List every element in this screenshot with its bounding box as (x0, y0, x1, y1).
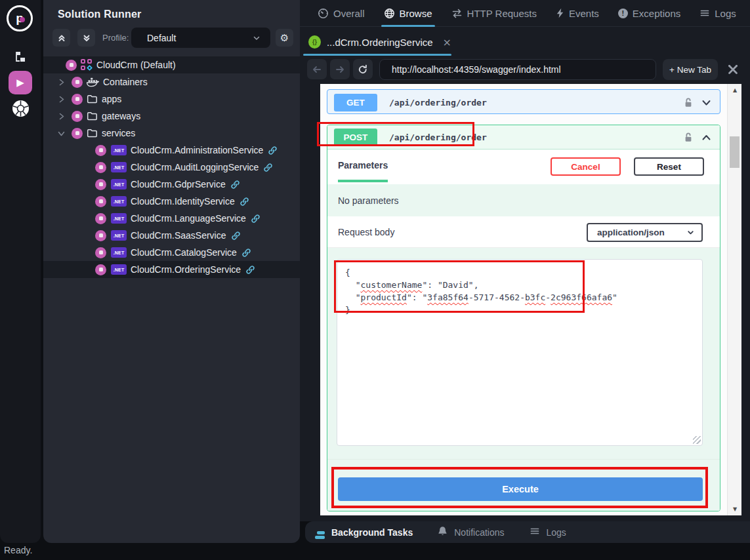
back-button[interactable] (307, 59, 327, 79)
tree-item-cloudcrm-gdprservice[interactable]: .NETCloudCrm.GdprService (43, 176, 300, 193)
url-input[interactable]: http://localhost:44359/swagger/index.htm… (379, 59, 656, 80)
tree-chevron-right-icon[interactable] (56, 112, 66, 121)
forward-button[interactable] (330, 59, 350, 79)
reset-button[interactable]: Reset (634, 157, 704, 176)
stop-icon[interactable] (72, 128, 83, 139)
webview-scrollbar[interactable]: ▲ ▼ (727, 84, 741, 515)
bottom-bar-notifications[interactable]: Notifications (438, 526, 504, 538)
tree-chevron-down-icon[interactable] (56, 129, 66, 138)
content-type-select[interactable]: application/json (587, 223, 703, 242)
scrollbar-thumb[interactable] (730, 136, 740, 168)
swagger-favicon-icon: {} (308, 35, 321, 49)
stop-icon[interactable] (95, 196, 106, 207)
settings-gear-button[interactable]: ⚙ (276, 29, 293, 47)
link-icon[interactable] (251, 214, 260, 224)
main-tab-bar: OverallBrowseHTTP RequestsEvents!Excepti… (300, 0, 750, 27)
bottom-bar-background-tasks[interactable]: Background Tasks (315, 526, 413, 539)
stop-icon[interactable] (72, 111, 83, 122)
get-method-badge: GET (334, 94, 377, 111)
chevron-down-icon (686, 228, 695, 237)
tree-item-cloudcrm-default-[interactable]: CloudCrm (Default) (43, 56, 300, 73)
stop-icon[interactable] (95, 179, 106, 190)
expand-chevron-down-icon[interactable] (701, 97, 712, 108)
browser-tab-orderingservice[interactable]: {} ...dCrm.OrderingService × (303, 30, 451, 54)
stop-icon[interactable] (95, 247, 106, 258)
unlocked-padlock-icon[interactable] (684, 132, 693, 143)
bottom-bar-label: Notifications (454, 527, 504, 538)
parameters-tab[interactable]: Parameters (338, 152, 388, 182)
dotnet-badge-icon: .NET (111, 145, 127, 155)
tab-close-icon[interactable]: × (443, 36, 451, 49)
tree-item-label: CloudCrm.IdentityService (131, 196, 235, 207)
solution-explorer-icon[interactable] (0, 50, 41, 64)
dotnet-badge-icon: .NET (111, 264, 127, 275)
stop-icon[interactable] (95, 162, 106, 173)
tree-item-cloudcrm-catalogservice[interactable]: .NETCloudCrm.CatalogService (43, 244, 300, 261)
tree-item-cloudcrm-administrationservice[interactable]: .NETCloudCrm.AdministrationService (43, 142, 300, 159)
run-play-button[interactable]: ▶ (9, 71, 32, 94)
dotnet-badge-icon: .NET (111, 230, 127, 241)
tree-item-label: gateways (102, 111, 140, 121)
dev-tools-icon[interactable] (724, 61, 741, 78)
unlocked-padlock-icon[interactable] (684, 97, 693, 108)
tree-item-cloudcrm-orderingservice[interactable]: .NETCloudCrm.OrderingService (43, 261, 300, 278)
no-parameters-text: No parameters (327, 184, 720, 216)
profile-select[interactable]: Default (131, 28, 270, 48)
reload-button[interactable] (353, 59, 373, 79)
resize-grip[interactable] (693, 436, 701, 444)
tree-item-services[interactable]: services (43, 125, 300, 142)
link-icon[interactable] (241, 248, 251, 258)
tree-item-cloudcrm-identityservice[interactable]: .NETCloudCrm.IdentityService (43, 193, 300, 210)
dotnet-badge-icon: .NET (111, 162, 127, 172)
expand-all-button[interactable] (77, 29, 95, 47)
scroll-up-arrow-icon[interactable]: ▲ (728, 87, 742, 93)
kubernetes-icon[interactable] (0, 100, 41, 117)
stop-icon[interactable] (72, 94, 83, 105)
link-icon[interactable] (230, 180, 240, 190)
cancel-button[interactable]: Cancel (551, 157, 621, 176)
tab-browse[interactable]: Browse (384, 0, 432, 27)
tab-events[interactable]: Events (556, 0, 599, 27)
tree-item-cloudcrm-auditloggingservice[interactable]: .NETCloudCrm.AuditLoggingService (43, 159, 300, 176)
collapse-chevron-up-icon[interactable] (701, 132, 712, 143)
status-text: Ready. (4, 545, 32, 555)
tree-item-gateways[interactable]: gateways (43, 108, 300, 125)
stop-icon[interactable] (95, 145, 106, 156)
stop-icon[interactable] (66, 60, 77, 71)
tab-logs[interactable]: Logs (699, 0, 736, 27)
link-icon[interactable] (231, 231, 241, 241)
annotation-box-request-body (334, 260, 585, 313)
link-icon[interactable] (245, 265, 255, 275)
bell-icon (438, 526, 448, 538)
tree-item-apps[interactable]: apps (43, 90, 300, 108)
tree-item-cloudcrm-saasservice[interactable]: .NETCloudCrm.SaasService (43, 227, 300, 244)
collapse-all-button[interactable] (52, 29, 70, 47)
link-icon[interactable] (240, 197, 249, 207)
stop-icon[interactable] (95, 213, 106, 224)
link-icon[interactable] (263, 163, 273, 172)
stop-icon[interactable] (95, 230, 106, 241)
stop-icon[interactable] (72, 77, 83, 88)
new-tab-button[interactable]: + New Tab (663, 59, 718, 80)
tab-http-requests[interactable]: HTTP Requests (451, 0, 537, 27)
tab-overall[interactable]: Overall (318, 0, 365, 27)
bottom-bar-logs[interactable]: Logs (530, 527, 566, 538)
app-window: p ▶ Solution Runner (0, 0, 750, 560)
parameters-header-row: Parameters Cancel Reset (327, 150, 720, 184)
link-icon[interactable] (268, 146, 278, 155)
swagger-get-opblock[interactable]: GET /api/ordering/order (327, 89, 720, 114)
solution-grid-icon (81, 59, 93, 71)
scroll-down-arrow-icon[interactable]: ▼ (728, 506, 742, 512)
tree-chevron-right-icon[interactable] (56, 95, 66, 104)
tree-item-containers[interactable]: Containers (43, 73, 300, 90)
tree-item-cloudcrm-languageservice[interactable]: .NETCloudCrm.LanguageService (43, 210, 300, 227)
bottom-bar-label: Logs (547, 527, 566, 538)
menu-lines-icon (530, 527, 540, 538)
stop-icon[interactable] (95, 264, 106, 275)
get-endpoint-path: /api/ordering/order (389, 98, 684, 108)
annotation-box-post-endpoint (317, 122, 474, 146)
tree-chevron-right-icon[interactable] (56, 78, 66, 87)
bottom-bar: Background TasksNotificationsLogs (305, 521, 750, 543)
tab-exceptions[interactable]: !Exceptions (618, 0, 680, 27)
request-body-row: Request body application/json (327, 216, 720, 248)
